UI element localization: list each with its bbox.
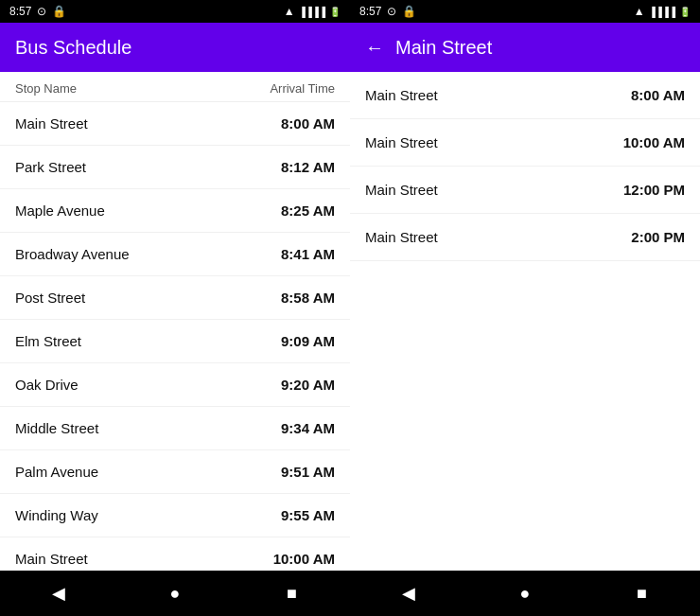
signal-icon-2: ▐▐▐▐ — [649, 7, 675, 17]
table-row[interactable]: Broadway Avenue 8:41 AM — [0, 233, 350, 276]
app-bar-2: ← Main Street — [350, 23, 700, 72]
status-bar-1: 8:57 ⊙ 🔒 ▲ ▐▐▐▐ 🔋 — [0, 0, 350, 23]
arrival-time: 8:12 AM — [281, 159, 335, 175]
stop-name: Maple Avenue — [15, 202, 105, 219]
detail-list: Main Street 8:00 AM Main Street 10:00 AM… — [350, 72, 700, 571]
lock-icon-2: 🔒 — [402, 5, 416, 18]
detail-time: 2:00 PM — [631, 229, 685, 245]
time-col-header: Arrival Time — [270, 81, 335, 96]
detail-time: 10:00 AM — [623, 134, 685, 150]
nav-bar-2: ◀ ● ■ — [350, 571, 700, 616]
status-bar-left-1: 8:57 ⊙ 🔒 — [9, 5, 66, 18]
status-bar-left-2: 8:57 ⊙ 🔒 — [359, 5, 416, 18]
detail-stop-name: Main Street — [365, 229, 438, 245]
detail-stop-name: Main Street — [365, 87, 438, 103]
time-2: 8:57 — [359, 5, 381, 18]
stop-name: Palm Avenue — [15, 464, 98, 480]
status-bar-right-1: ▲ ▐▐▐▐ 🔋 — [284, 5, 341, 18]
table-row[interactable]: Main Street 8:00 AM — [0, 102, 350, 146]
table-row[interactable]: Park Street 8:12 AM — [0, 146, 350, 189]
recent-nav-button-1[interactable]: ■ — [272, 574, 310, 612]
table-header-1: Stop Name Arrival Time — [0, 72, 350, 102]
phone-screen-1: 8:57 ⊙ 🔒 ▲ ▐▐▐▐ 🔋 Bus Schedule Stop Name… — [0, 0, 350, 616]
privacy-icon-1: ⊙ — [37, 5, 46, 18]
signal-icon-1: ▐▐▐▐ — [299, 7, 325, 17]
list-item[interactable]: Main Street 8:00 AM — [350, 72, 700, 119]
arrival-time: 8:41 AM — [281, 246, 335, 262]
table-row[interactable]: Main Street 10:00 AM — [0, 537, 350, 571]
arrival-time: 9:34 AM — [281, 420, 335, 436]
arrival-time: 10:00 AM — [273, 551, 335, 567]
table-row[interactable]: Oak Drive 9:20 AM — [0, 363, 350, 407]
arrival-time: 8:00 AM — [281, 115, 335, 132]
stop-name: Post Street — [15, 290, 85, 306]
detail-time: 8:00 AM — [631, 87, 685, 103]
stop-name: Main Street — [15, 551, 88, 567]
stop-col-header: Stop Name — [15, 81, 77, 96]
table-row[interactable]: Maple Avenue 8:25 AM — [0, 189, 350, 233]
list-item[interactable]: Main Street 12:00 PM — [350, 167, 700, 214]
phone-screen-2: 8:57 ⊙ 🔒 ▲ ▐▐▐▐ 🔋 ← Main Street Main Str… — [350, 0, 700, 616]
battery-icon-1: 🔋 — [329, 7, 341, 17]
detail-stop-name: Main Street — [365, 134, 438, 150]
time-1: 8:57 — [9, 5, 31, 18]
home-nav-button-2[interactable]: ● — [506, 574, 544, 612]
schedule-list-1: Main Street 8:00 AM Park Street 8:12 AM … — [0, 102, 350, 571]
arrival-time: 9:20 AM — [281, 377, 335, 393]
detail-time: 12:00 PM — [623, 182, 685, 198]
lock-icon-1: 🔒 — [52, 5, 66, 18]
table-row[interactable]: Middle Street 9:34 AM — [0, 407, 350, 450]
privacy-icon-2: ⊙ — [387, 5, 396, 18]
arrival-time: 9:51 AM — [281, 464, 335, 480]
list-item[interactable]: Main Street 10:00 AM — [350, 119, 700, 167]
status-bar-2: 8:57 ⊙ 🔒 ▲ ▐▐▐▐ 🔋 — [350, 0, 700, 23]
table-row[interactable]: Post Street 8:58 AM — [0, 276, 350, 320]
stop-name: Broadway Avenue — [15, 246, 130, 262]
app-bar-title-1: Bus Schedule — [15, 37, 131, 59]
arrival-time: 9:55 AM — [281, 507, 335, 523]
stop-name: Winding Way — [15, 507, 98, 523]
app-bar-1: Bus Schedule — [0, 23, 350, 72]
arrival-time: 9:09 AM — [281, 333, 335, 349]
app-bar-title-2: Main Street — [395, 37, 492, 59]
stop-name: Oak Drive — [15, 377, 79, 393]
table-row[interactable]: Winding Way 9:55 AM — [0, 494, 350, 537]
recent-nav-button-2[interactable]: ■ — [622, 574, 660, 612]
battery-icon-2: 🔋 — [679, 7, 691, 17]
back-nav-button-2[interactable]: ◀ — [390, 574, 428, 612]
status-bar-right-2: ▲ ▐▐▐▐ 🔋 — [634, 5, 691, 18]
table-row[interactable]: Elm Street 9:09 AM — [0, 320, 350, 363]
list-item[interactable]: Main Street 2:00 PM — [350, 214, 700, 261]
arrival-time: 8:58 AM — [281, 290, 335, 306]
stop-name: Park Street — [15, 159, 86, 175]
stop-name: Middle Street — [15, 420, 98, 436]
arrival-time: 8:25 AM — [281, 202, 335, 219]
detail-stop-name: Main Street — [365, 182, 438, 198]
back-nav-button-1[interactable]: ◀ — [40, 574, 78, 612]
wifi-icon-1: ▲ — [284, 5, 295, 18]
stop-name: Main Street — [15, 115, 88, 132]
wifi-icon-2: ▲ — [634, 5, 645, 18]
nav-bar-1: ◀ ● ■ — [0, 571, 350, 616]
home-nav-button-1[interactable]: ● — [156, 574, 194, 612]
back-arrow-button[interactable]: ← — [365, 37, 384, 59]
table-row[interactable]: Palm Avenue 9:51 AM — [0, 450, 350, 494]
stop-name: Elm Street — [15, 333, 81, 349]
